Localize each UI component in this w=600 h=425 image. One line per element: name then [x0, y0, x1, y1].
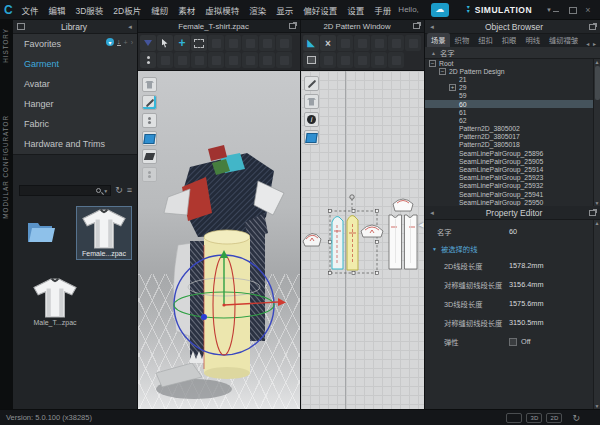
tree-expander-icon[interactable]: [449, 84, 456, 91]
paste-tool[interactable]: [303, 52, 319, 68]
scroll-up-icon[interactable]: ▲: [594, 220, 600, 226]
rail-tab-history[interactable]: HISTORY: [2, 28, 9, 63]
dim[interactable]: [388, 52, 404, 68]
object-browser-tab[interactable]: 织物: [451, 33, 474, 47]
dim[interactable]: [208, 35, 224, 51]
tree-row[interactable]: SeamLinePairGroup_25923: [425, 174, 593, 182]
object-browser-tab[interactable]: 纽扣: [474, 33, 497, 47]
dim[interactable]: [276, 35, 292, 51]
viewport-3d[interactable]: [138, 71, 300, 409]
show-garment-2d-icon[interactable]: [304, 94, 319, 109]
list-view-icon[interactable]: ≡: [127, 186, 132, 195]
download-icon[interactable]: ↓: [117, 38, 121, 46]
show-fabric-icon[interactable]: [142, 149, 157, 164]
tree-row[interactable]: SeamLinePairGroup_25950: [425, 198, 593, 206]
dim[interactable]: [337, 52, 353, 68]
edit-pen-icon[interactable]: [304, 76, 319, 91]
close-button[interactable]: ×: [584, 6, 592, 14]
show-pattern-icon[interactable]: [142, 131, 157, 146]
library-item-male-tshirt[interactable]: Male_T...zpac: [27, 278, 83, 328]
dim[interactable]: [371, 35, 387, 51]
library-list-item[interactable]: Hanger: [13, 94, 137, 114]
cloud-favorite-icon[interactable]: ▾: [106, 38, 114, 46]
show-garment-icon[interactable]: [142, 77, 157, 92]
object-browser-tab[interactable]: 缝纫褶皱: [545, 33, 582, 47]
scroll-up-icon[interactable]: ▲: [594, 59, 600, 65]
dim[interactable]: [371, 52, 387, 68]
library-list-item[interactable]: Hardware and Trims: [13, 134, 137, 154]
object-browser-tab[interactable]: 场景: [427, 33, 450, 47]
texture-paint-icon[interactable]: [142, 95, 157, 110]
avatar-disabled-icon[interactable]: [142, 167, 157, 182]
dim[interactable]: [354, 35, 370, 51]
menu-item[interactable]: 显示: [276, 4, 293, 16]
tree-row[interactable]: Pattern2D_3805002: [425, 125, 593, 133]
dim[interactable]: [354, 52, 370, 68]
dim[interactable]: [208, 52, 224, 68]
library-list-item[interactable]: Fabric: [13, 114, 137, 134]
tree-row[interactable]: 62: [425, 116, 593, 124]
dim[interactable]: [225, 35, 241, 51]
dim[interactable]: [242, 52, 258, 68]
selected-line-section[interactable]: ▼ 被选择的线: [425, 241, 600, 256]
tree-row[interactable]: SeamLinePairGroup_25941: [425, 190, 593, 198]
garment-tab[interactable]: Female_T-shirt.zpac: [138, 22, 289, 31]
view-layout-button[interactable]: [506, 413, 522, 423]
tree-scrollbar[interactable]: ▲ ▼: [593, 59, 600, 206]
menu-item[interactable]: 素材: [178, 4, 195, 16]
view-layout-button[interactable]: 3D: [526, 413, 542, 423]
tree-row[interactable]: 21: [425, 75, 593, 83]
dim[interactable]: [259, 52, 275, 68]
section-collapse-icon[interactable]: ▼: [432, 246, 437, 252]
tree-row[interactable]: 60: [425, 100, 593, 108]
cloud-sync-button[interactable]: ☁: [431, 3, 449, 17]
tree-row[interactable]: Pattern2D_3805018: [425, 141, 593, 149]
menu-item[interactable]: 设置: [347, 4, 364, 16]
select-tool[interactable]: [157, 35, 173, 51]
dim[interactable]: [388, 35, 404, 51]
simulation-control[interactable]: ▾▾ SIMULATION ▼: [467, 5, 552, 15]
restore-button[interactable]: [568, 6, 576, 14]
sync-icon[interactable]: ↻: [572, 413, 580, 423]
scale-tool[interactable]: [320, 35, 336, 51]
menu-item[interactable]: 3D服装: [75, 4, 103, 16]
popout-icon[interactable]: [413, 23, 420, 29]
search-filter-caret-icon[interactable]: ▼: [103, 188, 108, 194]
menu-item[interactable]: 2D板片: [113, 4, 141, 16]
show-avatar-icon[interactable]: [142, 113, 157, 128]
avatar-tool[interactable]: [140, 52, 156, 68]
tree-row[interactable]: 29: [425, 84, 593, 92]
dim[interactable]: [191, 52, 207, 68]
dim[interactable]: [405, 35, 421, 51]
view-layout-button[interactable]: 2D: [546, 413, 562, 423]
menu-item[interactable]: 手册: [374, 4, 391, 16]
viewport-2d[interactable]: ◀: [301, 71, 424, 409]
popout-icon[interactable]: [589, 210, 596, 216]
tree-row[interactable]: 61: [425, 108, 593, 116]
menu-item[interactable]: 文件: [21, 4, 38, 16]
object-browser-tab[interactable]: 明线: [521, 33, 544, 47]
info-icon[interactable]: [304, 112, 319, 127]
tree-row[interactable]: 2D Pattern Design: [425, 67, 593, 75]
tree-row[interactable]: Root: [425, 59, 593, 67]
dim[interactable]: [225, 52, 241, 68]
search-input[interactable]: ▼: [19, 185, 111, 196]
menu-item[interactable]: 虚拟模特: [205, 4, 239, 16]
tree-column-header[interactable]: ▲ 名字: [425, 47, 600, 59]
menu-item[interactable]: 编辑: [48, 4, 65, 16]
tree-row[interactable]: SeamLinePairGroup_25896: [425, 149, 593, 157]
tab-scroll-arrows-icon[interactable]: ◂ ▸: [586, 40, 600, 47]
popout-icon[interactable]: [589, 24, 596, 30]
menu-item[interactable]: 渲染: [249, 4, 266, 16]
greeting-label[interactable]: Hello,: [398, 5, 418, 14]
minimize-button[interactable]: [552, 6, 560, 14]
object-browser-tab[interactable]: 扣眼: [498, 33, 521, 47]
tree-expander-icon[interactable]: [439, 68, 446, 75]
tree-expander-icon[interactable]: [429, 60, 436, 67]
tree-row[interactable]: 59: [425, 92, 593, 100]
dim[interactable]: [276, 52, 292, 68]
dim[interactable]: [337, 35, 353, 51]
library-list-item[interactable]: Avatar: [13, 74, 137, 94]
show-fabric-2d-icon[interactable]: [304, 130, 319, 145]
tree-row[interactable]: Pattern2D_3805017: [425, 133, 593, 141]
